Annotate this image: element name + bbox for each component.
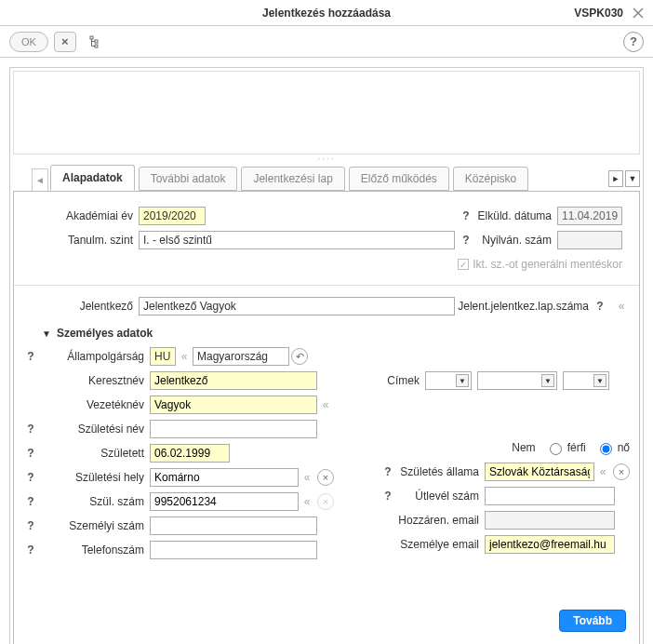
jelentkezo-field[interactable]: Jelentkező Vagyok — [139, 297, 455, 315]
nem-no-label: nő — [618, 441, 630, 454]
help-icon[interactable]: ? — [459, 234, 473, 247]
ikt-checkbox: ✓ Ikt. sz.-ot generálni mentéskor — [458, 258, 622, 271]
elkuld-datuma-field: 11.04.2019 — [557, 207, 622, 225]
resize-grip[interactable]: ···· — [10, 154, 643, 164]
tab-scroll-right[interactable]: ► — [608, 170, 623, 187]
hozzaren-email-field — [485, 511, 615, 530]
nem-ferfi-label: férfi — [567, 441, 586, 454]
keresztnev-input[interactable] — [150, 371, 317, 390]
szuletesi-nev-input[interactable] — [150, 420, 317, 438]
akademiai-ev-field[interactable]: 2019/2020 — [139, 207, 206, 225]
chevron-left-icon[interactable]: « — [317, 396, 334, 414]
telefonszam-label: Telefonszám — [38, 543, 150, 557]
nem-no-radio[interactable]: nő — [595, 440, 630, 455]
allampolgarsag-name-field[interactable]: Magyarország — [193, 347, 289, 366]
help-icon[interactable]: ? — [23, 519, 38, 532]
help-icon[interactable]: ? — [23, 423, 38, 436]
szemelyi-szam-label: Személyi szám — [38, 519, 150, 532]
nyilvan-szam-field — [557, 231, 622, 249]
hozzaren-email-label: Hozzáren. email — [395, 514, 485, 527]
close-window-icon[interactable] — [629, 4, 647, 22]
tab-menu-button[interactable]: ▼ — [625, 170, 640, 187]
szuletes-allama-label: Születés állama — [395, 465, 485, 478]
help-icon[interactable]: ? — [380, 490, 395, 503]
svg-rect-2 — [95, 45, 98, 47]
cimek-select-2[interactable]: ▼ — [477, 371, 557, 390]
chevron-down-icon: ▼ — [456, 374, 469, 387]
undo-icon[interactable]: ↶ — [291, 348, 308, 365]
tab-tovabbi-adatok[interactable]: További adatok — [139, 167, 238, 191]
tovabb-button[interactable]: Tovább — [559, 610, 626, 632]
chevron-left-icon[interactable]: « — [176, 347, 193, 366]
szuletett-input[interactable] — [150, 444, 230, 463]
szuletes-allama-input[interactable] — [485, 463, 594, 481]
help-icon[interactable]: ? — [23, 350, 38, 363]
ok-button[interactable]: OK — [9, 32, 48, 52]
telefonszam-input[interactable] — [150, 541, 317, 559]
tab-scroll-left[interactable]: ◄ — [32, 168, 48, 191]
tab-jelentkezesi-lap[interactable]: Jelentkezési lap — [241, 167, 344, 191]
tab-elozo-mukodes[interactable]: Előző működés — [349, 167, 449, 191]
svg-rect-1 — [95, 40, 98, 43]
jelentkezo-label: Jelentkező — [42, 300, 139, 313]
elkuld-datuma-label: Elküld. dátuma — [473, 209, 557, 222]
szul-szam-input[interactable] — [150, 492, 299, 511]
cimek-label: Címek — [380, 374, 425, 387]
cimek-select-3[interactable]: ▼ — [563, 371, 609, 390]
header-blank-area — [13, 71, 640, 154]
szemelyi-szam-input[interactable] — [150, 517, 317, 535]
allampolgarsag-label: Állampolgárság — [38, 350, 150, 363]
svg-rect-0 — [90, 36, 93, 39]
szemelyes-adatok-header: Személyes adatok — [57, 327, 153, 340]
help-icon[interactable]: ? — [380, 465, 395, 478]
szuletesi-hely-label: Születési hely — [38, 471, 150, 484]
akademiai-ev-label: Akadémiai év — [42, 209, 139, 222]
cancel-button[interactable]: × — [54, 32, 76, 52]
allampolgarsag-code-field[interactable]: HU — [150, 347, 176, 366]
jelent-lap-szama-label: Jelent.jelentkez.lap.száma — [458, 300, 589, 313]
clear-icon[interactable]: × — [317, 469, 334, 486]
help-icon[interactable]: ? — [23, 447, 38, 460]
vezeteknev-label: Vezetéknév — [38, 398, 150, 411]
keresztnev-label: Keresztnév — [38, 374, 150, 387]
chevron-left-icon[interactable]: « — [594, 463, 611, 481]
window-code: VSPK030 — [574, 7, 623, 20]
szemelye-email-input[interactable] — [485, 535, 615, 554]
tab-kozepiskola[interactable]: Középisko — [453, 167, 528, 191]
help-icon[interactable]: ? — [23, 495, 38, 508]
chevron-down-icon: ▼ — [593, 374, 606, 387]
nem-ferfi-radio[interactable]: férfi — [545, 440, 586, 455]
check-icon: ✓ — [458, 259, 469, 270]
help-icon[interactable]: ? — [623, 32, 644, 52]
ikt-checkbox-label: Ikt. sz.-ot generálni mentéskor — [473, 258, 622, 271]
nem-label: Nem — [512, 441, 535, 454]
clear-icon[interactable]: × — [613, 463, 630, 480]
szuletesi-hely-input[interactable] — [150, 468, 299, 487]
chevron-left-icon[interactable]: « — [299, 468, 315, 487]
utlevel-szam-input[interactable] — [485, 487, 615, 505]
szuletett-label: Született — [38, 447, 150, 460]
nyilvan-szam-label: Nyilván. szám — [473, 234, 557, 247]
utlevel-szam-label: Útlevél szám — [395, 490, 485, 503]
chevron-left-icon[interactable]: « — [613, 297, 630, 315]
help-icon[interactable]: ? — [593, 300, 607, 313]
clear-icon-disabled: × — [317, 493, 334, 510]
window-title: Jelentkezés hozzáadása — [0, 7, 653, 20]
help-icon[interactable]: ? — [23, 471, 38, 484]
help-icon[interactable]: ? — [23, 543, 38, 557]
szemelye-email-label: Személye email — [395, 538, 485, 551]
chevron-left-icon[interactable]: « — [299, 492, 315, 511]
collapse-icon[interactable]: ▼ — [42, 329, 51, 339]
chevron-down-icon: ▼ — [541, 374, 554, 387]
tree-icon[interactable] — [86, 32, 106, 52]
tanulm-szint-label: Tanulm. szint — [42, 234, 139, 247]
help-icon[interactable]: ? — [459, 209, 473, 222]
tab-alapadatok[interactable]: Alapadatok — [50, 165, 135, 191]
szuletesi-nev-label: Születési név — [38, 423, 150, 436]
vezeteknev-input[interactable] — [150, 396, 317, 414]
cimek-select-1[interactable]: ▼ — [425, 371, 472, 390]
szul-szam-label: Szül. szám — [38, 495, 150, 508]
